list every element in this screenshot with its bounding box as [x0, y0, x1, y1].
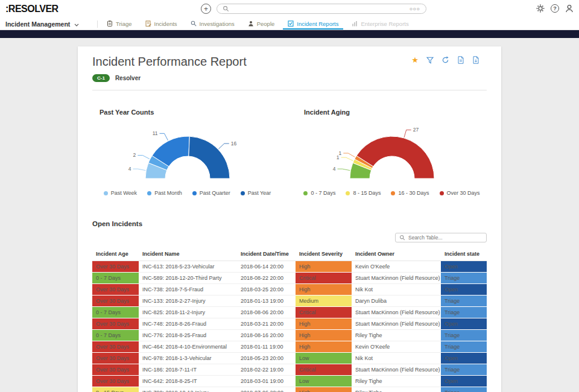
incident-name-cell[interactable]: INC-186: 2018-7-11-IT [139, 364, 237, 376]
incident-severity-cell: High [296, 318, 352, 330]
incident-name-cell[interactable]: INC-464: 2018-4-10-Environmental [139, 341, 237, 353]
legend-item[interactable]: 8 - 15 Days [346, 190, 381, 196]
table-row[interactable]: Over 30 DaysINC-978: 2018-1-3-Vehicular2… [92, 353, 487, 364]
tab-enterprise-reports[interactable]: Enterprise Reports [345, 18, 415, 30]
incident-severity-cell: Critical [296, 364, 352, 376]
table-row[interactable]: Over 30 DaysINC-133: 2018-2-27-Injury201… [92, 296, 487, 307]
legend-item[interactable]: Past Quarter [192, 190, 230, 196]
table-row[interactable]: Over 30 DaysINC-642: 2018-8-25-IT2018-03… [92, 376, 487, 387]
org-badge: C-1 [92, 74, 110, 82]
donut-value-label: 16 [230, 141, 236, 147]
tab-label: People [257, 21, 275, 27]
enterprise-reports-chart-icon [352, 21, 358, 28]
resolver-logo: :RESOLVER [5, 4, 59, 14]
incident-name-cell[interactable]: INC-738: 2018-7-5-Fraud [139, 284, 237, 296]
donut-value-label: 11 [152, 130, 157, 136]
incident-state-cell: Triage [441, 364, 487, 376]
top-bar: :RESOLVER + ooo ? [0, 0, 579, 18]
col-incident-severity[interactable]: Incident Severity [296, 247, 352, 261]
report-header: Incident Performance Report C-1 Resolver… [78, 46, 501, 90]
donut-slice[interactable] [188, 136, 229, 179]
incident-name-cell[interactable]: INC-133: 2018-2-27-Injury [139, 296, 237, 307]
table-row[interactable]: Over 30 DaysINC-748: 2018-8-26-Fraud2018… [92, 318, 487, 330]
incident-name-cell[interactable]: INC-790: 2018-10-12-Injury [139, 387, 237, 392]
col-incident-name[interactable]: Incident Name [139, 247, 237, 261]
incident-owner-cell: Stuart MacKinnon (Field Resource) [352, 318, 441, 330]
search-icon [223, 5, 229, 12]
table-row[interactable]: Over 30 DaysINC-738: 2018-7-5-Fraud2018-… [92, 284, 487, 296]
col-incident-age[interactable]: Incident Age [92, 247, 139, 261]
legend-dot [147, 191, 151, 195]
tab-label: Incidents [154, 21, 177, 27]
export-report-icon[interactable] [472, 56, 479, 64]
incident-severity-cell: High [296, 261, 352, 273]
incident-name-cell[interactable]: INC-825: 2018-11-2-Injury [139, 307, 237, 318]
col-incident-datetime[interactable]: Incident Date/Time [237, 247, 296, 261]
legend-dot [303, 191, 308, 195]
table-search[interactable] [395, 233, 487, 242]
table-row[interactable]: 8 - 15 DaysINC-790: 2018-10-12-Injury201… [92, 387, 487, 392]
tab-investigations[interactable]: Investigations [184, 18, 241, 30]
incident-owner-cell: Stuart MacKinnon (Field Resource) [352, 307, 441, 318]
donut-callout-line [343, 153, 355, 157]
donut-callout-line [138, 156, 150, 159]
incidents-table-body: Over 30 DaysINC-613: 2018-5-23-Vehicular… [92, 261, 487, 392]
legend-label: Past Week [111, 190, 137, 196]
incident-datetime-cell: 2018-03-01 19:00 [237, 376, 296, 387]
help-icon[interactable]: ? [551, 4, 559, 13]
incident-age-cell: 8 - 15 Days [92, 387, 139, 392]
incident-name-cell[interactable]: INC-748: 2018-8-26-Fraud [139, 318, 237, 330]
donut-value-label: 4 [128, 166, 131, 172]
table-search-input[interactable] [408, 235, 482, 241]
nav-tabs: Triage Incidents Investigations People I… [100, 18, 416, 30]
incident-severity-cell: High [296, 387, 352, 392]
legend-item[interactable]: Past Week [104, 190, 137, 196]
donut-value-label: 2 [133, 152, 136, 158]
incident-severity-cell: Critical [296, 273, 352, 284]
incident-name-cell[interactable]: INC-978: 2018-1-3-Vehicular [139, 353, 237, 364]
incident-age-cell: Over 30 Days [92, 341, 139, 353]
legend-item[interactable]: 0 - 7 Days [303, 190, 335, 196]
favorite-star-icon[interactable]: ★ [411, 56, 419, 64]
incident-name-cell[interactable]: INC-642: 2018-8-25-IT [139, 376, 237, 387]
legend-item[interactable]: Past Month [147, 190, 182, 196]
create-new-icon[interactable]: + [201, 4, 211, 14]
app-nav-bar: Incident Management Triage Incidents Inv… [0, 18, 579, 30]
user-profile-icon[interactable] [565, 4, 574, 13]
legend-item[interactable]: 16 - 30 Days [391, 190, 429, 196]
global-search-input[interactable] [233, 6, 406, 12]
legend-label: 8 - 15 Days [353, 190, 381, 196]
export-table-icon[interactable] [457, 56, 464, 64]
incident-age-cell: 0 - 7 Days [92, 307, 139, 318]
donut-value-label: 1 [338, 150, 341, 156]
table-row[interactable]: 0 - 7 DaysINC-589: 2018-12-20-Third Part… [92, 273, 487, 284]
incident-state-cell: Open [441, 353, 487, 364]
refresh-icon[interactable] [441, 56, 449, 64]
tab-incidents[interactable]: Incidents [139, 18, 184, 30]
incident-name-cell[interactable]: INC-613: 2018-5-23-Vehicular [139, 261, 237, 273]
legend-item[interactable]: Over 30 Days [440, 190, 480, 196]
settings-gear-icon[interactable] [536, 4, 545, 13]
tab-people[interactable]: People [241, 18, 282, 30]
col-incident-state[interactable]: Incident state [441, 247, 487, 261]
col-incident-owner[interactable]: Incident Owner [352, 247, 441, 261]
donut-callout-line [337, 169, 350, 171]
incident-reports-check-icon [288, 21, 294, 28]
incident-name-cell[interactable]: INC-776: 2018-8-25-Fraud [139, 330, 237, 341]
tab-triage[interactable]: Triage [100, 18, 139, 30]
tab-incident-reports[interactable]: Incident Reports [281, 18, 345, 30]
table-row[interactable]: 0 - 7 DaysINC-825: 2018-11-2-Injury2018-… [92, 307, 487, 318]
donut-callout-line [159, 133, 168, 141]
incident-name-cell[interactable]: INC-589: 2018-12-20-Third Party [139, 273, 237, 284]
past-year-counts-donut-chart: 421116 [88, 119, 287, 182]
table-row[interactable]: Over 30 DaysINC-613: 2018-5-23-Vehicular… [92, 261, 487, 273]
app-switcher[interactable]: Incident Management [5, 21, 97, 28]
legend-item[interactable]: Past Year [241, 190, 271, 196]
filter-icon[interactable] [426, 57, 434, 64]
search-options-icon[interactable]: ooo [410, 6, 420, 11]
table-row[interactable]: Over 30 DaysINC-464: 2018-4-10-Environme… [92, 341, 487, 353]
table-row[interactable]: 0 - 7 DaysINC-776: 2018-8-25-Fraud2018-0… [92, 330, 487, 341]
global-search[interactable]: ooo [217, 4, 426, 14]
table-row[interactable]: Over 30 DaysINC-186: 2018-7-11-IT2018-02… [92, 364, 487, 376]
incident-state-cell: Triage [441, 341, 487, 353]
